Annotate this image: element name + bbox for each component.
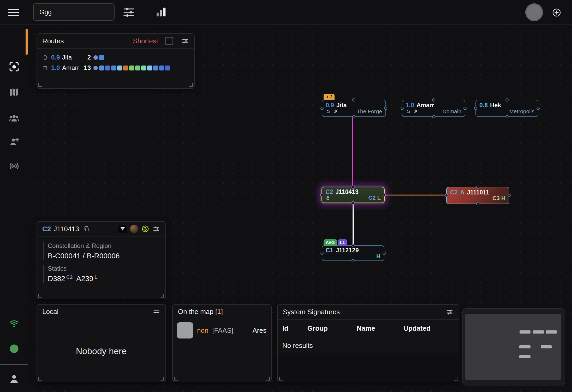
node-handle-left[interactable] <box>320 193 323 197</box>
node-handle-bottom[interactable] <box>505 115 509 118</box>
node-handle-top[interactable] <box>476 186 479 189</box>
system-node-jita[interactable]: 2 0.9 Jita The Forge <box>322 100 386 117</box>
node-handle-left[interactable] <box>401 107 404 110</box>
column-updated[interactable]: Updated <box>403 324 459 332</box>
wormhole-class: C2 <box>450 189 458 195</box>
resize-handle[interactable] <box>160 377 164 381</box>
sidebar-item-profile[interactable] <box>8 373 20 385</box>
resize-handle[interactable] <box>266 377 270 381</box>
node-handle-bottom[interactable] <box>351 201 355 204</box>
pilot-row[interactable]: non [FAAS] Ares <box>177 322 266 338</box>
resize-handle[interactable] <box>174 377 178 381</box>
column-name[interactable]: Name <box>357 324 403 332</box>
sidebar-item-characters[interactable] <box>8 112 20 124</box>
user-avatar[interactable] <box>525 3 543 21</box>
node-handle-right[interactable] <box>537 107 540 110</box>
route-segment <box>123 66 128 70</box>
node-handle-top[interactable] <box>505 98 509 102</box>
node-handle-top[interactable] <box>351 244 355 247</box>
node-handle-right[interactable] <box>383 193 386 197</box>
resize-handle[interactable] <box>279 377 283 381</box>
static-class: C3 <box>492 195 500 201</box>
system-node-j112129[interactable]: AVG L1 C1 J112129 H <box>322 245 384 261</box>
signatures-settings-icon[interactable] <box>446 308 454 316</box>
map-filters-icon[interactable] <box>122 7 136 18</box>
top-bar: Ggg <box>0 0 572 25</box>
effect-icon <box>118 225 127 233</box>
node-handle-top[interactable] <box>351 186 355 189</box>
local-menu-icon[interactable] <box>152 308 160 316</box>
node-handle-left[interactable] <box>445 194 448 197</box>
node-handle-right[interactable] <box>463 107 467 110</box>
route-segment <box>117 66 122 70</box>
route-segment <box>159 66 164 70</box>
column-id[interactable]: Id <box>282 324 307 332</box>
node-handle-bottom[interactable] <box>351 259 355 262</box>
node-handle-right[interactable] <box>383 252 386 255</box>
connection-c2-c2a[interactable] <box>385 194 446 196</box>
resize-handle[interactable] <box>38 294 42 298</box>
shortest-checkbox[interactable] <box>165 37 173 45</box>
route-security: 1.0 <box>51 64 62 72</box>
signatures-empty-area <box>278 353 459 382</box>
map-select-value: Ggg <box>39 8 52 16</box>
node-handle-bottom[interactable] <box>352 115 355 118</box>
node-handle-right[interactable] <box>384 107 387 110</box>
zkillboard-icon[interactable] <box>141 225 149 233</box>
route-row[interactable]: 1.0 Amarr 13 <box>42 63 194 73</box>
user-icon <box>8 373 20 385</box>
resize-handle[interactable] <box>454 377 457 381</box>
node-handle-left[interactable] <box>320 107 324 110</box>
system-name: Hek <box>490 102 501 108</box>
node-handle-bottom[interactable] <box>476 202 479 205</box>
delete-route-icon[interactable] <box>42 55 48 60</box>
resize-handle[interactable] <box>160 294 164 298</box>
copy-icon[interactable] <box>83 225 90 232</box>
node-handle-right[interactable] <box>508 194 511 197</box>
node-handle-bottom[interactable] <box>432 115 435 118</box>
menu-icon[interactable] <box>8 8 20 16</box>
route-start-dot <box>93 55 98 60</box>
node-handle-left[interactable] <box>474 107 477 110</box>
system-name: Jita <box>336 102 347 108</box>
static-code: A239 <box>76 275 93 283</box>
delete-route-icon[interactable] <box>42 65 48 71</box>
node-handle-top[interactable] <box>352 98 355 102</box>
route-segment <box>99 55 104 60</box>
sidebar-item-map[interactable] <box>9 87 20 98</box>
skeleton-bar <box>519 355 531 358</box>
sidebar-item-broadcast[interactable] <box>9 161 20 172</box>
security-status: 0.8 <box>479 102 488 108</box>
node-handle-top[interactable] <box>432 98 435 102</box>
add-icon[interactable] <box>552 8 561 17</box>
route-segment <box>141 66 146 70</box>
routes-settings-icon[interactable] <box>181 37 189 45</box>
resize-handle[interactable] <box>189 83 193 87</box>
system-node-j111011[interactable]: C2 A J111011 C3 H <box>446 187 509 204</box>
column-group[interactable]: Group <box>307 324 357 332</box>
static-code: D382 <box>48 275 65 283</box>
sidebar-item-add-character[interactable] <box>9 136 20 147</box>
system-node-amarr[interactable]: 1.0 Amarr Domain <box>402 100 465 117</box>
routes-panel: Routes Shortest 0.9 Jita 2 1.0 Amarr 13 <box>37 33 195 89</box>
sidebar-item-tracking[interactable] <box>8 61 20 73</box>
route-row[interactable]: 0.9 Jita 2 <box>42 52 194 63</box>
l1-badge-label: L1 <box>340 240 345 245</box>
resize-handle[interactable] <box>38 377 42 381</box>
route-jump-count: 2 <box>80 54 91 61</box>
connection-jita-c2[interactable] <box>352 117 354 187</box>
connection-c2-c1[interactable] <box>353 203 354 245</box>
node-handle-left[interactable] <box>320 252 324 255</box>
map-select[interactable]: Ggg <box>33 3 115 21</box>
route-segment <box>165 66 170 70</box>
loading-widget-surface <box>465 314 561 380</box>
activity-chart-icon[interactable] <box>154 6 168 18</box>
system-settings-icon[interactable] <box>152 225 160 233</box>
resize-handle[interactable] <box>38 83 42 87</box>
system-node-j110413[interactable]: C2 J110413 C2 L <box>321 187 385 203</box>
system-class: C2 <box>42 225 51 233</box>
skeleton-bar <box>541 345 552 348</box>
system-node-hek[interactable]: 0.8 Hek Metropolis <box>475 100 538 117</box>
loading-widget <box>462 308 565 385</box>
pilot-ship: Ares <box>253 326 266 335</box>
